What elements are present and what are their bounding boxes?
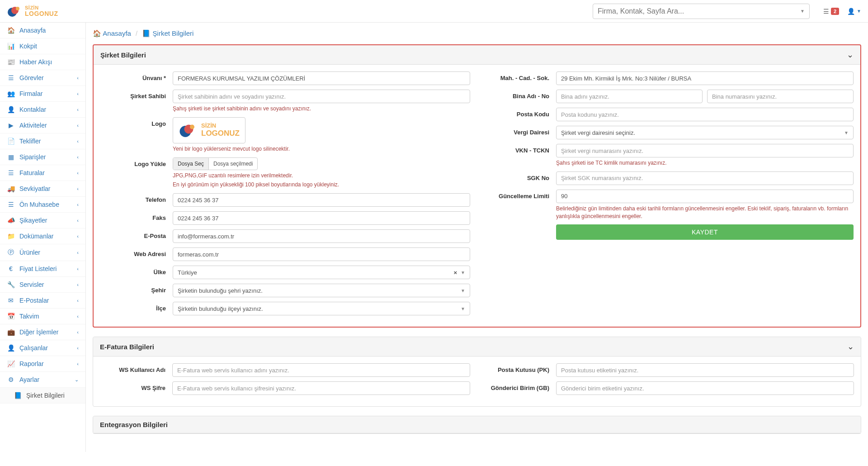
sidebar-item-sipariler[interactable]: ▦Siparişler‹ <box>0 149 85 165</box>
ulke-select[interactable]: Türkiye × ▼ <box>173 266 470 279</box>
sidebar-item-label: Takvim <box>19 313 39 320</box>
sidebar-item-rnler[interactable]: ⓅÜrünler‹ <box>0 244 85 261</box>
app-logo[interactable]: SİZİN LOGONUZ <box>7 4 58 19</box>
file-status: Dosya seçilmedi <box>209 161 257 167</box>
sehir-select[interactable]: Şirketin bulunduğu şehri yazınız. ▼ <box>173 284 470 297</box>
dashboard-icon: 📊 <box>7 43 15 50</box>
panel-title: E-Fatura Bilgileri <box>100 343 154 351</box>
vergi-select[interactable]: Şirket vergi dairesini seçiniz. ▼ <box>556 126 854 139</box>
pk-label: Posta Kutusu (PK) <box>484 363 556 373</box>
chevron-left-icon: ‹ <box>77 329 79 335</box>
adres-input[interactable] <box>556 71 854 85</box>
telefon-input[interactable] <box>173 193 470 207</box>
sidebar-item-label: Şirket Bilgileri <box>26 392 65 399</box>
search-input[interactable] <box>598 7 800 15</box>
save-button[interactable]: KAYDET <box>556 224 854 240</box>
notifications-button[interactable]: ☰ 2 <box>823 8 839 15</box>
collapse-icon[interactable]: ⌄ <box>847 50 854 60</box>
sidebar-item-kokpit[interactable]: 📊Kokpit <box>0 38 85 54</box>
web-input[interactable] <box>173 247 470 261</box>
sidebar-item-label: Fiyat Listeleri <box>19 265 57 272</box>
mail-icon: ✉ <box>7 297 15 304</box>
ws-user-label: WS Kullanıcı Adı <box>100 363 172 373</box>
calendar-icon: 📅 <box>7 313 15 320</box>
global-search[interactable]: ▼ <box>593 4 810 19</box>
sidebar-item-kontaklar[interactable]: 👤Kontaklar‹ <box>0 102 85 118</box>
sidebar-item-label: Teklifler <box>19 138 41 145</box>
breadcrumb-current[interactable]: Şirket Bilgileri <box>153 29 194 37</box>
sidebar-item-ayarlar[interactable]: ⚙Ayarlar⌄ <box>0 372 85 388</box>
vkn-input[interactable] <box>556 144 854 157</box>
sidebar-item-teklifler[interactable]: 📄Teklifler‹ <box>0 133 85 149</box>
sahip-input[interactable] <box>173 90 470 103</box>
sidebar-item-label: E-Postalar <box>19 297 49 304</box>
bina-label: Bina Adı - No <box>484 90 556 100</box>
sidebar-item-alanlar[interactable]: 👤Çalışanlar‹ <box>0 340 85 356</box>
sidebar-item-label: Aktiviteler <box>19 122 47 129</box>
sidebar-item-fiyatlisteleri[interactable]: €Fiyat Listeleri‹ <box>0 261 85 277</box>
sidebar-item-label: Raporlar <box>19 360 44 367</box>
panel-header: Entegrasyon Bilgileri <box>93 416 861 433</box>
sidebar: 🏠Anasayfa📊Kokpit📰Haber Akışı☰Görevler‹👥F… <box>0 23 86 452</box>
sidebar-item-faturalar[interactable]: ☰Faturalar‹ <box>0 165 85 181</box>
sidebar-item-dokmanlar[interactable]: 📁Dokümanlar‹ <box>0 228 85 244</box>
user-menu[interactable]: 👤 ▼ <box>847 8 861 15</box>
logo-label: Logo <box>100 117 173 127</box>
sidebar-item-servisler[interactable]: 🔧Servisler‹ <box>0 277 85 293</box>
sidebar-item-dierilemler[interactable]: 💼Diğer İşlemler‹ <box>0 324 85 340</box>
pk-input[interactable] <box>556 363 854 377</box>
vergi-label: Vergi Dairesi <box>484 126 556 136</box>
sidebar-item-epostalar[interactable]: ✉E-Postalar‹ <box>0 293 85 309</box>
tasks-icon: ☰ <box>7 74 15 81</box>
breadcrumb-home[interactable]: Anasayfa <box>103 29 131 37</box>
limit-input[interactable] <box>556 190 854 203</box>
sidebar-item-anasayfa[interactable]: 🏠Anasayfa <box>0 23 85 38</box>
search-caret-icon: ▼ <box>800 9 805 14</box>
logo-icon <box>7 4 21 19</box>
sidebar-item-nmuhasebe[interactable]: ☰Ön Muhasebe‹ <box>0 197 85 213</box>
chevron-left-icon: ‹ <box>77 170 79 176</box>
posta-input[interactable] <box>556 108 854 121</box>
collapse-icon[interactable]: ⌄ <box>847 342 854 352</box>
wrench-icon: 🔧 <box>7 281 15 288</box>
bina-no-input[interactable] <box>707 90 854 103</box>
caret-down-icon: ▼ <box>461 288 465 293</box>
ilce-label: İlçe <box>100 302 173 312</box>
breadcrumb: 🏠 Anasayfa / 📘 Şirket Bilgileri <box>93 23 861 44</box>
ws-pass-input[interactable] <box>172 381 470 395</box>
faks-input[interactable] <box>173 211 470 225</box>
sidebar-item-label: Sevkiyatlar <box>19 185 50 192</box>
sidebar-item-raporlar[interactable]: 📈Raporlar‹ <box>0 356 85 372</box>
gb-input[interactable] <box>556 381 854 395</box>
home-icon: 🏠 <box>7 27 15 34</box>
chevron-left-icon: ‹ <box>77 202 79 207</box>
chevron-left-icon: ‹ <box>77 314 79 319</box>
sidebar-item-ikayetler[interactable]: 📣Şikayetler‹ <box>0 213 85 228</box>
sidebar-item-firmalar[interactable]: 👥Firmalar‹ <box>0 86 85 102</box>
list-icon: ☰ <box>7 169 15 176</box>
file-choose-button[interactable]: Dosya Seç <box>173 158 209 170</box>
eposta-input[interactable] <box>173 229 470 243</box>
sidebar-item-sevkiyatlar[interactable]: 🚚Sevkiyatlar‹ <box>0 181 85 197</box>
bina-adi-input[interactable] <box>556 90 703 103</box>
ulke-label: Ülke <box>100 266 173 276</box>
main-content: 🏠 Anasayfa / 📘 Şirket Bilgileri Şirket B… <box>86 23 868 452</box>
sidebar-item-grevler[interactable]: ☰Görevler‹ <box>0 70 85 86</box>
panel-header: E-Fatura Bilgileri ⌄ <box>93 337 861 357</box>
sidebar-item-label: Kokpit <box>19 43 37 50</box>
clear-icon[interactable]: × <box>454 269 458 276</box>
logo-text-2: LOGONUZ <box>25 10 58 17</box>
panel-header: Şirket Bilgileri ⌄ <box>94 45 860 65</box>
file-icon: 📄 <box>7 138 15 145</box>
sgk-input[interactable] <box>556 171 854 185</box>
ws-user-input[interactable] <box>172 363 470 377</box>
sidebar-item-haberak[interactable]: 📰Haber Akışı <box>0 54 85 70</box>
book-icon: 📘 <box>14 392 22 399</box>
unvan-input[interactable] <box>173 71 470 85</box>
bullhorn-icon: 📣 <box>7 217 15 224</box>
sidebar-item-irketbilgileri[interactable]: 📘Şirket Bilgileri <box>0 388 85 404</box>
ilce-select[interactable]: Şirketin bulunduğu ilçeyi yazınız. ▼ <box>173 302 470 315</box>
sidebar-item-takvim[interactable]: 📅Takvim‹ <box>0 309 85 324</box>
file-input[interactable]: Dosya Seç Dosya seçilmedi <box>173 157 258 170</box>
sidebar-item-aktiviteler[interactable]: ▶Aktiviteler‹ <box>0 118 85 133</box>
